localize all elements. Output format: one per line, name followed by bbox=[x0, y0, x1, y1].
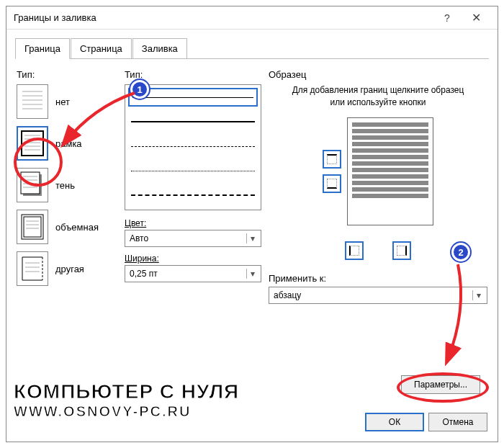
apply-dropdown[interactable]: абзацу ▾ bbox=[269, 287, 487, 304]
type-item-3d[interactable]: объемная bbox=[17, 210, 117, 244]
apply-label: Применить к: bbox=[269, 273, 487, 284]
tab-page[interactable]: Страница bbox=[71, 38, 132, 59]
svg-rect-5 bbox=[22, 131, 43, 156]
watermark: КОМПЬЮТЕР С НУЛЯ WWW.OSNOVY-PC.RU bbox=[14, 380, 239, 420]
page-preview[interactable] bbox=[347, 117, 433, 225]
type-label-shadow: тень bbox=[55, 180, 75, 191]
type-column: Тип: нет рамка bbox=[17, 69, 117, 310]
color-dropdown[interactable]: Авто ▾ bbox=[125, 230, 261, 247]
width-label: Ширина: bbox=[125, 253, 261, 264]
apply-value: абзацу bbox=[274, 290, 301, 300]
window-title: Границы и заливка bbox=[14, 12, 433, 23]
line-style-list[interactable] bbox=[125, 84, 261, 210]
tab-strip: Граница Страница Заливка bbox=[6, 30, 498, 59]
tab-border[interactable]: Граница bbox=[15, 38, 70, 59]
close-button[interactable]: ✕ bbox=[462, 8, 490, 28]
dialog-window: Границы и заливка ? ✕ Граница Страница З… bbox=[6, 6, 498, 442]
type-icon-none bbox=[17, 84, 48, 119]
dialog-content: Тип: нет рамка bbox=[6, 59, 498, 320]
type-label-box: рамка bbox=[55, 138, 82, 149]
tab-fill[interactable]: Заливка bbox=[132, 38, 187, 59]
style-row[interactable] bbox=[128, 161, 258, 180]
type-item-box[interactable]: рамка bbox=[17, 126, 117, 161]
watermark-line1: КОМПЬЮТЕР С НУЛЯ bbox=[14, 380, 239, 403]
type-section-label: Тип: bbox=[17, 69, 117, 80]
type-icon-box bbox=[17, 126, 48, 161]
style-row-selected[interactable] bbox=[128, 88, 258, 107]
type-icon-3d bbox=[17, 210, 48, 244]
help-button[interactable]: ? bbox=[433, 8, 462, 28]
type-item-none[interactable]: нет bbox=[17, 84, 117, 119]
type-label-3d: объемная bbox=[55, 222, 99, 233]
type-icon-shadow bbox=[17, 168, 48, 202]
style-section-label: Тип: bbox=[125, 69, 261, 80]
chevron-down-icon: ▾ bbox=[246, 233, 258, 243]
svg-rect-12 bbox=[21, 172, 40, 194]
border-top-button[interactable] bbox=[323, 150, 341, 169]
style-column: Тип: Цвет: Авто ▾ Ширина: 0,25 пт ▾ bbox=[125, 69, 261, 310]
type-icon-custom bbox=[17, 251, 48, 286]
color-value: Авто bbox=[130, 233, 148, 243]
style-row[interactable] bbox=[128, 137, 258, 156]
chevron-down-icon: ▾ bbox=[246, 269, 258, 279]
sample-hint: Для добавления границ щелкните образец и… bbox=[286, 84, 470, 109]
type-label-none: нет bbox=[55, 97, 70, 107]
watermark-line2: WWW.OSNOVY-PC.RU bbox=[14, 403, 239, 420]
color-label: Цвет: bbox=[125, 218, 261, 228]
sample-column: Образец Для добавления границ щелкните о… bbox=[269, 69, 487, 310]
style-row[interactable] bbox=[128, 186, 258, 205]
titlebar: Границы и заливка ? ✕ bbox=[6, 6, 498, 30]
sample-section-label: Образец bbox=[269, 69, 487, 80]
type-label-custom: другая bbox=[55, 264, 84, 274]
sample-preview bbox=[269, 117, 487, 225]
type-list: нет рамка тень bbox=[17, 84, 117, 286]
width-value: 0,25 пт bbox=[130, 269, 158, 279]
svg-rect-18 bbox=[24, 217, 41, 237]
border-left-button[interactable] bbox=[345, 241, 364, 260]
dialog-footer: ОК Отмена bbox=[365, 413, 487, 431]
ok-button[interactable]: ОК bbox=[365, 413, 424, 431]
parameters-button[interactable]: Параметры... bbox=[401, 375, 480, 394]
border-right-button[interactable] bbox=[392, 241, 411, 260]
svg-rect-17 bbox=[22, 215, 43, 239]
border-bottom-button[interactable] bbox=[323, 174, 341, 193]
type-item-custom[interactable]: другая bbox=[17, 251, 117, 286]
style-row[interactable] bbox=[128, 112, 258, 131]
cancel-button[interactable]: Отмена bbox=[428, 413, 487, 431]
chevron-down-icon: ▾ bbox=[472, 290, 484, 300]
type-item-shadow[interactable]: тень bbox=[17, 168, 117, 202]
width-dropdown[interactable]: 0,25 пт ▾ bbox=[125, 265, 261, 282]
